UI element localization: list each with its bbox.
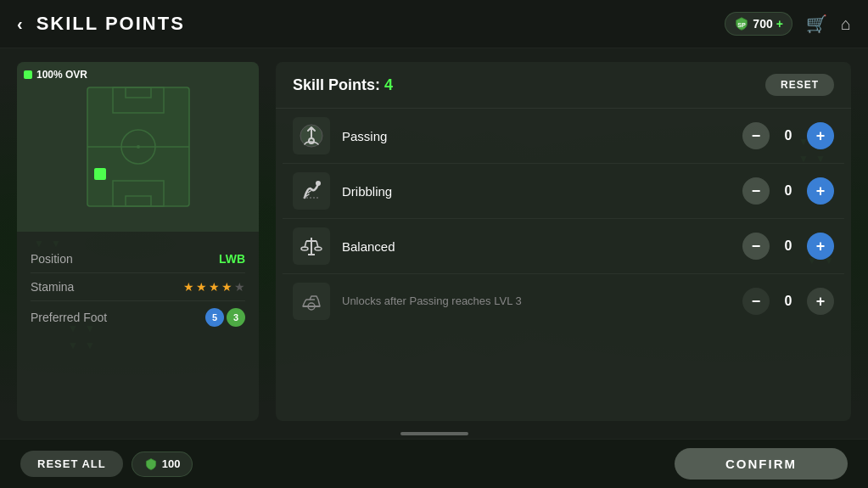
- locked-icon-wrap: [293, 283, 330, 320]
- foot-badge-left: 5: [205, 308, 224, 327]
- preferred-foot-label: Preferred Foot: [31, 311, 107, 324]
- header-right: SP 700 + 🛒 ⌂: [725, 12, 851, 36]
- dribbling-minus-button[interactable]: −: [742, 177, 770, 205]
- star-5: ★: [234, 280, 245, 294]
- locked-controls: − 0 +: [742, 288, 834, 315]
- soccer-field: [70, 79, 206, 215]
- foot-badge-right: 3: [227, 308, 245, 327]
- position-label: Position: [31, 252, 73, 266]
- dribbling-name: Dribbling: [342, 184, 731, 199]
- balanced-controls: − 0 +: [742, 233, 834, 260]
- locked-value: 0: [780, 294, 797, 309]
- skill-list: Passing − 0 + Dribbling: [276, 109, 851, 328]
- balanced-plus-button[interactable]: +: [807, 233, 834, 260]
- position-value: LWB: [219, 252, 245, 266]
- svg-text:SP: SP: [738, 21, 747, 29]
- header: ‹ SKILL POINTS SP 700 + 🛒 ⌂: [0, 0, 868, 48]
- locked-skill-name: Unlocks after Passing reaches LVL 3: [342, 294, 731, 309]
- main-content: 100% OVR: [0, 48, 868, 435]
- passing-minus-button[interactable]: −: [742, 122, 770, 149]
- back-button[interactable]: ‹: [17, 14, 23, 34]
- stamina-stars: ★ ★ ★ ★ ★: [183, 280, 245, 294]
- skill-item-balanced: Balanced − 0 +: [283, 219, 844, 274]
- dribbling-plus-button[interactable]: +: [807, 177, 834, 205]
- player-stats: Position LWB Stamina ★ ★ ★ ★ ★ Preferred…: [17, 232, 259, 347]
- skill-item-locked: Unlocks after Passing reaches LVL 3 − 0 …: [283, 274, 844, 328]
- shield-icon: SP: [734, 16, 749, 31]
- confirm-button[interactable]: CONFIRM: [675, 448, 848, 480]
- field-container: 100% OVR: [17, 62, 259, 232]
- ovr-label: 100% OVR: [36, 69, 87, 81]
- skill-points-label: Skill Points:: [293, 76, 384, 93]
- scroll-indicator: [400, 432, 468, 435]
- cost-badge: 100: [132, 452, 193, 477]
- balanced-name: Balanced: [342, 239, 731, 254]
- left-panel: 100% OVR: [17, 62, 259, 421]
- passing-plus-button[interactable]: +: [807, 122, 834, 149]
- star-4: ★: [221, 280, 232, 294]
- currency-plus: +: [776, 17, 783, 31]
- foot-badges: 5 3: [205, 308, 245, 327]
- skill-item-dribbling: Dribbling − 0 +: [283, 164, 844, 219]
- boot-icon: [300, 289, 323, 313]
- reset-button[interactable]: RESET: [765, 74, 834, 96]
- cost-shield-icon: [144, 457, 158, 471]
- svg-point-19: [315, 247, 322, 250]
- currency-value: 700: [753, 17, 772, 31]
- dribbling-icon-wrap: [293, 172, 330, 210]
- balanced-icon: [300, 234, 323, 258]
- skill-points-value: 4: [384, 76, 393, 93]
- stamina-label: Stamina: [31, 280, 74, 294]
- passing-controls: − 0 +: [742, 122, 834, 149]
- skill-item-passing: Passing − 0 +: [283, 109, 844, 164]
- position-row: Position LWB: [31, 245, 245, 273]
- svg-rect-9: [94, 168, 106, 180]
- star-2: ★: [196, 280, 207, 294]
- bottom-bar: RESET ALL 100 CONFIRM: [0, 439, 868, 488]
- svg-point-18: [301, 247, 308, 250]
- star-3: ★: [209, 280, 220, 294]
- balanced-value: 0: [780, 238, 797, 254]
- passing-name: Passing: [342, 129, 731, 143]
- skill-header: Skill Points: 4 RESET: [276, 62, 851, 109]
- ovr-badge: 100% OVR: [24, 69, 87, 81]
- stamina-row: Stamina ★ ★ ★ ★ ★: [31, 273, 245, 301]
- balanced-icon-wrap: [293, 227, 330, 265]
- reset-all-button[interactable]: RESET ALL: [20, 451, 123, 477]
- locked-minus-button[interactable]: −: [742, 288, 770, 315]
- skill-points-title: Skill Points: 4: [293, 76, 393, 94]
- passing-icon: [300, 124, 323, 148]
- right-panel: Skill Points: 4 RESET Passing −: [276, 62, 851, 421]
- locked-plus-button[interactable]: +: [807, 288, 834, 315]
- passing-icon-wrap: [293, 117, 330, 154]
- home-icon[interactable]: ⌂: [841, 14, 851, 34]
- balanced-minus-button[interactable]: −: [742, 233, 770, 260]
- dribbling-controls: − 0 +: [742, 177, 834, 205]
- passing-value: 0: [780, 128, 797, 143]
- dribbling-icon: [300, 179, 323, 203]
- preferred-foot-row: Preferred Foot 5 3: [31, 301, 245, 334]
- currency-badge[interactable]: SP 700 +: [725, 12, 792, 36]
- svg-point-12: [316, 181, 321, 186]
- dribbling-value: 0: [780, 183, 797, 199]
- cart-icon[interactable]: 🛒: [806, 14, 827, 34]
- reset-all-group: RESET ALL 100: [20, 451, 193, 477]
- star-1: ★: [183, 280, 194, 294]
- page-title: SKILL POINTS: [36, 13, 725, 35]
- cost-value: 100: [162, 457, 181, 470]
- ovr-dot: [24, 70, 32, 79]
